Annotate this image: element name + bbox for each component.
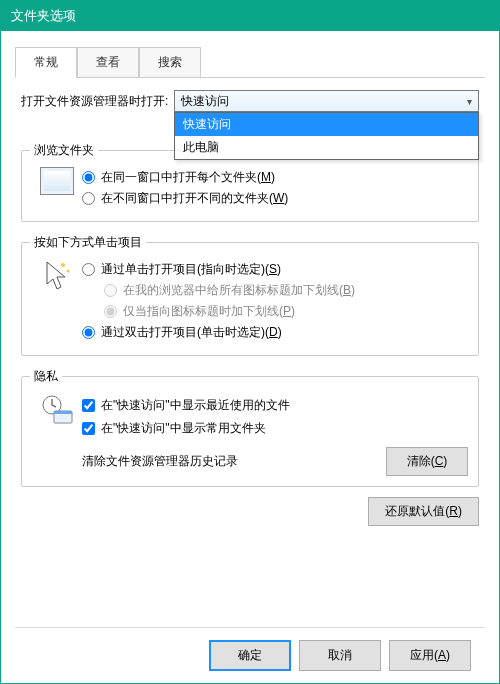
- tab-view[interactable]: 查看: [77, 47, 139, 77]
- chevron-down-icon: ▾: [467, 96, 472, 107]
- svg-rect-4: [54, 411, 72, 414]
- apply-button[interactable]: 应用(A): [389, 640, 471, 671]
- general-panel: 打开文件资源管理器时打开: 快速访问 ▾ 快速访问 此电脑 浏览文件夹: [15, 78, 485, 627]
- browse-group-title: 浏览文件夹: [30, 142, 98, 159]
- click-behavior-group: 按如下方式单击项目 通过单击打开项目(指向时选定)(S): [21, 242, 479, 356]
- open-in-row: 打开文件资源管理器时打开: 快速访问 ▾ 快速访问 此电脑: [21, 90, 479, 112]
- window-title: 文件夹选项: [11, 7, 76, 25]
- privacy-group-title: 隐私: [30, 368, 62, 385]
- open-in-label: 打开文件资源管理器时打开:: [21, 93, 168, 110]
- restore-row: 还原默认值(R): [21, 497, 479, 526]
- tab-strip: 常规 查看 搜索: [15, 47, 485, 78]
- open-in-combobox[interactable]: 快速访问 ▾: [174, 90, 479, 112]
- folder-window-icon: [40, 167, 74, 195]
- privacy-icon-col: [32, 391, 82, 476]
- svg-point-0: [61, 263, 65, 267]
- browse-same-window-radio[interactable]: 在同一窗口中打开每个文件夹(M): [82, 169, 468, 186]
- privacy-group: 隐私 在"快速访问"中显示最近使用的文件: [21, 376, 479, 487]
- click-group-title: 按如下方式单击项目: [30, 234, 146, 251]
- browse-folders-group: 浏览文件夹 在同一窗口中打开每个文件夹(M) 在不同窗口中打开不同的文件夹(W): [21, 150, 479, 222]
- ok-button[interactable]: 确定: [209, 640, 291, 671]
- dropdown-option-this-pc[interactable]: 此电脑: [175, 136, 478, 159]
- content-area: 常规 查看 搜索 打开文件资源管理器时打开: 快速访问 ▾ 快速访问 此电脑: [1, 31, 499, 683]
- browse-icon-col: [32, 165, 82, 211]
- double-click-radio[interactable]: 通过双击打开项目(单击时选定)(D): [82, 324, 468, 341]
- clock-history-icon: [40, 393, 74, 428]
- restore-defaults-button[interactable]: 还原默认值(R): [368, 497, 479, 526]
- combo-selected-text: 快速访问: [181, 93, 229, 110]
- show-frequent-folders-checkbox[interactable]: 在"快速访问"中显示常用文件夹: [82, 420, 468, 437]
- underline-all-radio: 在我的浏览器中给所有图标标题加下划线(B): [104, 282, 468, 299]
- single-click-radio[interactable]: 通过单击打开项目(指向时选定)(S): [82, 261, 468, 278]
- show-recent-files-checkbox[interactable]: 在"快速访问"中显示最近使用的文件: [82, 397, 468, 414]
- cursor-click-icon: [41, 259, 73, 298]
- browse-new-window-radio[interactable]: 在不同窗口中打开不同的文件夹(W): [82, 190, 468, 207]
- titlebar: 文件夹选项: [1, 1, 499, 31]
- open-in-dropdown: 快速访问 此电脑: [174, 112, 479, 160]
- dialog-footer: 确定 取消 应用(A): [15, 627, 485, 683]
- click-icon-col: [32, 257, 82, 345]
- clear-history-row: 清除文件资源管理器历史记录 清除(C): [82, 447, 468, 476]
- cancel-button[interactable]: 取消: [299, 640, 381, 671]
- underline-hover-radio: 仅当指向图标标题时加下划线(P): [104, 303, 468, 320]
- folder-options-window: 文件夹选项 常规 查看 搜索 打开文件资源管理器时打开: 快速访问 ▾ 快速访问…: [0, 0, 500, 684]
- tab-general[interactable]: 常规: [15, 47, 77, 78]
- svg-point-1: [67, 270, 70, 273]
- tab-search[interactable]: 搜索: [139, 47, 201, 77]
- clear-history-label: 清除文件资源管理器历史记录: [82, 453, 238, 470]
- clear-button[interactable]: 清除(C): [386, 447, 468, 476]
- dropdown-option-quick-access[interactable]: 快速访问: [175, 113, 478, 136]
